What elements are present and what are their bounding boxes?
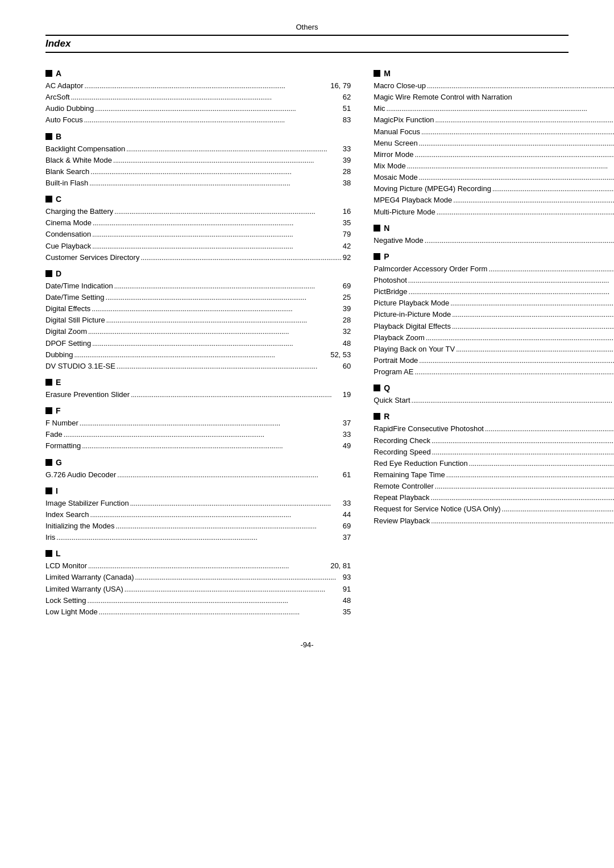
entry-page: 83 (343, 114, 351, 126)
section-label: D (56, 269, 61, 278)
index-entry: Auto Focus .............................… (45, 114, 351, 126)
section-label: M (384, 69, 391, 78)
bottom-rule (45, 52, 569, 53)
left-column: AAC Adaptor ............................… (45, 63, 351, 618)
entry-name: MPEG4 Playback Mode (374, 195, 452, 206)
entry-page: 37 (343, 532, 351, 543)
entry-name: Mosaic Mode (374, 172, 417, 183)
index-entry: Mic ....................................… (374, 103, 614, 114)
section-label: B (56, 132, 61, 141)
entry-name: Mix Mode (374, 160, 405, 172)
entry-name: RapidFire Consecutive Photoshot (374, 423, 484, 435)
section-square-icon (45, 196, 52, 202)
entry-name: Recording Check (374, 435, 430, 447)
entry-dots: ........................................… (126, 144, 342, 155)
entry-name: Iris (45, 532, 55, 543)
entry-dots: ........................................… (414, 367, 614, 378)
entry-name: Portrait Mode (374, 355, 418, 366)
entry-dots: ........................................… (92, 241, 342, 252)
entry-name: Picture-in-Picture Mode (374, 309, 451, 320)
section-header-P: P (374, 252, 614, 261)
section-square-icon (374, 253, 380, 260)
index-entry: Image Stabilizer Function ..............… (45, 498, 351, 509)
section-square-icon (45, 379, 52, 386)
entry-dots: ........................................… (412, 395, 614, 406)
section-label: G (56, 458, 62, 467)
index-entry: Index Search ...........................… (45, 509, 351, 520)
index-entry: Black & White Mode .....................… (45, 155, 351, 166)
entry-name: Moving Picture (MPEG4) Recording (374, 183, 491, 195)
entry-page: 39 (343, 155, 351, 166)
entry-dots: ........................................… (64, 429, 342, 440)
index-title: Index (45, 38, 569, 49)
section-label: F (56, 406, 61, 415)
index-columns: AAC Adaptor ............................… (45, 63, 569, 618)
entry-dots: ........................................… (427, 81, 614, 92)
index-entry: MPEG4 Playback Mode ....................… (374, 195, 614, 206)
entry-dots: ........................................… (450, 298, 614, 309)
entry-dots: ........................................… (90, 510, 342, 520)
entry-page: 39 (343, 303, 351, 315)
index-entry: Quick Start ............................… (374, 395, 614, 406)
index-entry: Moving Picture (MPEG4) Recording .......… (374, 183, 614, 195)
entry-page: 69 (343, 280, 351, 292)
entry-name: Dubbing (45, 349, 73, 361)
section-header-M: M (374, 69, 614, 78)
entry-dots: ........................................… (419, 356, 614, 366)
entry-name: Initializing the Modes (45, 520, 114, 532)
entry-page: 25 (343, 292, 351, 303)
entry-name: Erasure Prevention Slider (45, 389, 130, 400)
index-entry: DV STUDIO 3.1E-SE ......................… (45, 361, 351, 372)
section-header-E: E (45, 378, 351, 387)
index-entry: Condensation ...........................… (45, 229, 351, 240)
entry-name: DV STUDIO 3.1E-SE (45, 361, 115, 372)
index-entry: Manual Focus ...........................… (374, 126, 614, 138)
entry-dots: ........................................… (84, 115, 342, 126)
entry-name: Fade (45, 429, 63, 440)
index-entry: G.726 Audio Decoder ....................… (45, 469, 351, 481)
entry-name: Negative Mode (374, 235, 423, 246)
entry-name: Red Eye Reduction Function (374, 458, 467, 469)
section-label: E (56, 378, 61, 387)
entry-name: Limited Warranty (Canada) (45, 572, 134, 583)
index-entry: Magic Wire Remote Control with Narration (374, 92, 614, 103)
entry-dots: ........................................… (90, 167, 342, 177)
entry-dots: ........................................… (99, 607, 342, 618)
entry-page: 32 (343, 326, 351, 337)
section-header-R: R (374, 412, 614, 421)
index-entry: Negative Mode ..........................… (374, 235, 614, 246)
entry-dots: ........................................… (74, 350, 329, 361)
entry-name: Blank Search (45, 166, 89, 177)
entry-name: Photoshot (374, 275, 407, 286)
entry-name: Palmcorder Accessory Order Form (374, 263, 487, 275)
entry-name: Digital Zoom (45, 326, 87, 337)
entry-page: 48 (343, 338, 351, 349)
entry-dots: ........................................… (106, 292, 342, 303)
entry-name: Customer Services Directory (45, 252, 139, 263)
entry-name: Low Light Mode (45, 606, 98, 618)
entry-name: Lock Setting (45, 595, 86, 606)
entry-dots: ........................................… (409, 287, 614, 297)
section-square-icon (45, 270, 52, 277)
section-header-D: D (45, 269, 351, 278)
entry-name: AC Adaptor (45, 80, 84, 92)
index-entry: Digital Zoom ...........................… (45, 326, 351, 337)
index-entry: Playback Digital Effects ...............… (374, 321, 614, 332)
index-entry: Cinema Mode ............................… (45, 217, 351, 229)
entry-name: DPOF Setting (45, 338, 91, 349)
section-square-icon (45, 459, 52, 466)
entry-page: 93 (343, 572, 351, 583)
entry-name: Request for Service Notice (USA Only) (374, 503, 500, 515)
entry-dots: ........................................… (437, 207, 614, 218)
entry-dots: ........................................… (453, 195, 614, 206)
entry-dots: ........................................… (117, 470, 342, 481)
entry-name: Picture Playback Mode (374, 297, 449, 309)
index-entry: Photoshot ..............................… (374, 275, 614, 286)
entry-dots: ........................................… (114, 206, 342, 217)
entry-dots: ........................................… (414, 150, 614, 160)
entry-name: Menu Screen (374, 138, 417, 149)
index-entry: Lock Setting ...........................… (45, 595, 351, 606)
section-square-icon (45, 550, 52, 557)
entry-name: Index Search (45, 509, 89, 520)
entry-dots: ........................................… (114, 281, 342, 292)
